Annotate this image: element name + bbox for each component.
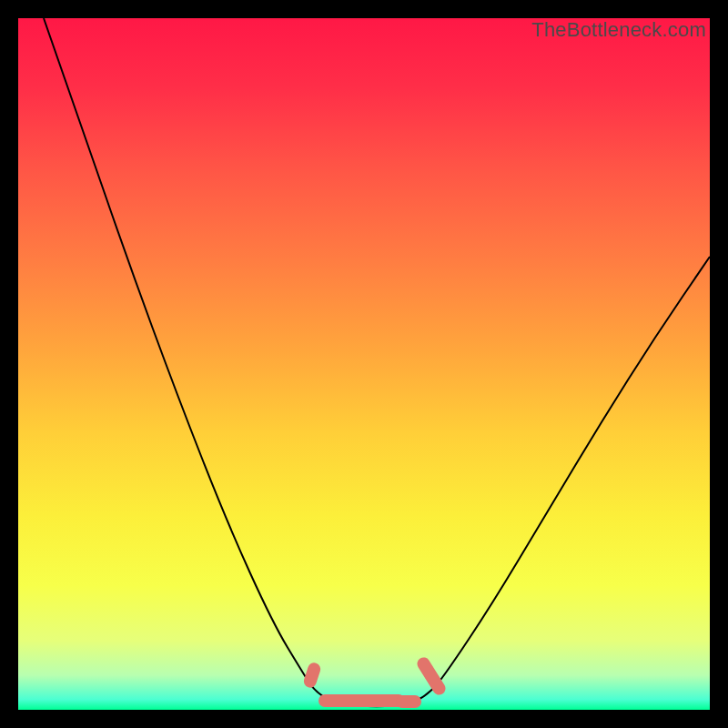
- bottom-markers: [302, 655, 448, 708]
- bottleneck-curve-path: [44, 18, 710, 706]
- watermark-text: TheBottleneck.com: [531, 18, 706, 42]
- curve-layer: [18, 18, 710, 710]
- valley-marker-2: [396, 695, 421, 708]
- valley-marker-1: [318, 694, 405, 707]
- bottleneck-curve: [44, 18, 710, 706]
- chart-frame: TheBottleneck.com: [18, 18, 710, 710]
